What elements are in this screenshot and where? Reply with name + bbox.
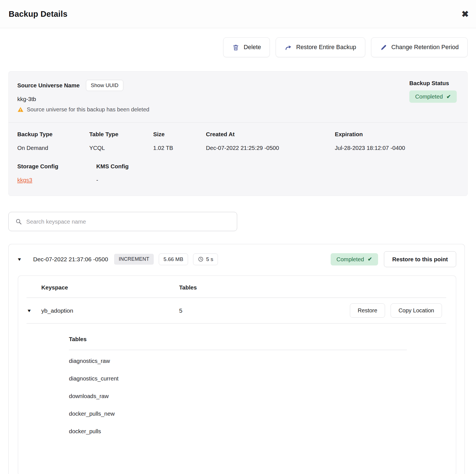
table-list-item: diagnostics_current [69,371,407,385]
table-type-value: YCQL [89,145,153,151]
keyspace-table-card: Keyspace Tables ▼ yb_adoption 5 Restore … [18,276,456,474]
expiration-label: Expiration [335,131,459,138]
backup-status-badge: Completed ✔ [409,90,457,103]
warning-triangle-icon [17,106,24,113]
table-type-label: Table Type [89,131,153,138]
clock-icon [198,256,204,262]
restore-to-this-point-button[interactable]: Restore to this point [384,251,456,267]
backup-status-block: Backup Status Completed ✔ [409,80,457,113]
check-icon: ✔ [368,256,372,262]
tables-subdivider [69,350,407,350]
restore-entire-backup-label: Restore Entire Backup [296,44,356,51]
increment-duration-text: 5 s [206,256,213,262]
action-buttons-row: Delete Restore Entire Backup Change Rete… [8,37,468,57]
increment-size-badge: 5.66 MB [159,253,188,265]
increment-status-badge: Completed ✔ [331,253,378,265]
change-retention-period-label: Change Retention Period [391,44,459,51]
keyspace-table-count: 5 [179,307,350,314]
increment-backup-card: ▼ Dec-07-2022 21:37:06 -0500 INCREMENT 5… [8,244,465,474]
created-at-label: Created At [206,131,335,138]
restore-entire-backup-button[interactable]: Restore Entire Backup [276,37,365,57]
tables-subheader: Tables [69,336,407,343]
keyspace-column-header: Keyspace [41,284,179,291]
table-row-yb-adoption: ▼ yb_adoption 5 Restore Copy Location [18,298,456,323]
copy-location-button[interactable]: Copy Location [391,303,442,318]
backup-type-label: Backup Type [17,131,89,138]
chevron-down-icon[interactable]: ▼ [27,308,32,313]
field-backup-type: Backup Type On Demand [17,131,89,151]
storage-config-link[interactable]: kkgs3 [17,177,32,183]
delete-button-label: Delete [244,44,261,51]
tables-column-header: Tables [179,284,197,291]
table-list-item: diagnostics_raw [69,353,407,368]
keyspace-name: yb_adoption [41,307,179,314]
keyspace-table-header: Keyspace Tables [18,276,456,298]
backup-type-value: On Demand [17,145,89,151]
field-kms-config: KMS Config - [96,163,459,183]
keyspace-search-box [8,212,237,231]
field-table-type: Table Type YCQL [89,131,153,151]
table-list-item: downloads_raw [69,389,407,403]
field-storage-config: Storage Config kkgs3 [17,163,96,183]
search-input[interactable] [26,212,237,231]
restore-arrow-icon [285,44,292,51]
source-universe-block: Source Universe Name Show UUID kkg-3tb S… [17,80,149,113]
field-size: Size 1.02 TB [153,131,206,151]
kms-config-value: - [96,177,459,183]
kms-config-label: KMS Config [96,163,459,170]
expiration-value: Jul-28-2023 18:12:07 -0400 [335,145,459,151]
page-title: Backup Details [9,9,68,19]
field-created-at: Created At Dec-07-2022 21:25:29 -0500 [206,131,335,151]
show-uuid-button[interactable]: Show UUID [86,80,123,91]
universe-deleted-warning: Source universe for this backup has been… [27,106,149,113]
table-list-item: docker_pulls_new [69,406,407,420]
search-icon [15,218,22,225]
increment-duration-badge: 5 s [193,253,218,265]
close-icon[interactable]: ✖ [461,10,469,18]
field-expiration: Expiration Jul-28-2023 18:12:07 -0400 [335,131,459,151]
trash-icon [232,44,239,51]
backup-status-label: Backup Status [409,80,457,87]
created-at-value: Dec-07-2022 21:25:29 -0500 [206,145,335,151]
size-label: Size [153,131,206,138]
tables-list: diagnostics_raw diagnostics_current down… [69,353,407,438]
table-list-item: docker_pulls [69,424,407,438]
increment-status-text: Completed [336,256,364,263]
keyspace-tables-section: Tables diagnostics_raw diagnostics_curre… [69,324,407,438]
restore-button[interactable]: Restore [350,303,385,318]
size-value: 1.02 TB [153,145,206,151]
backup-summary-panel: Source Universe Name Show UUID kkg-3tb S… [8,71,468,196]
chevron-down-icon[interactable]: ▼ [17,257,22,262]
storage-config-label: Storage Config [17,163,96,170]
increment-header-row: ▼ Dec-07-2022 21:37:06 -0500 INCREMENT 5… [9,244,465,274]
modal-header: Backup Details ✖ [0,0,476,28]
change-retention-period-button[interactable]: Change Retention Period [371,37,468,57]
source-universe-label: Source Universe Name [17,82,80,89]
universe-name: kkg-3tb [17,96,149,102]
increment-type-badge: INCREMENT [114,254,154,265]
check-icon: ✔ [446,94,451,100]
increment-timestamp: Dec-07-2022 21:37:06 -0500 [33,256,108,263]
backup-status-text: Completed [415,93,443,100]
delete-button[interactable]: Delete [223,37,270,57]
pencil-icon [380,44,387,51]
